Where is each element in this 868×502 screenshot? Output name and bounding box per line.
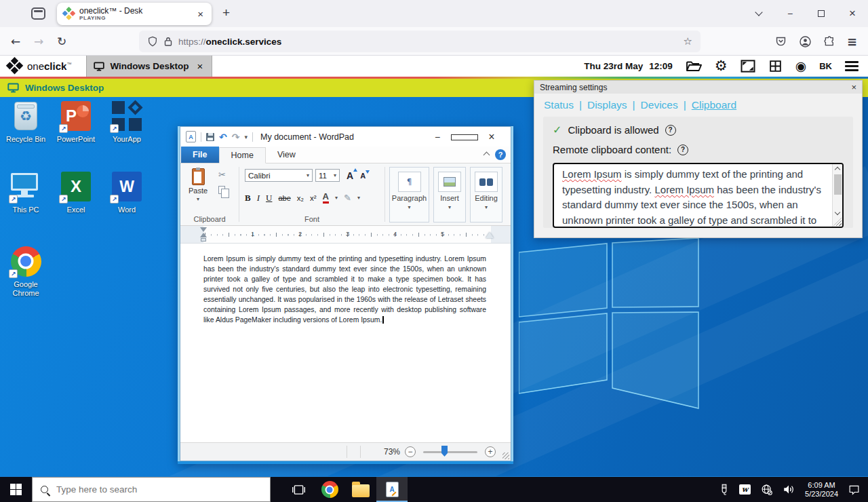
wordpad-close-button[interactable]: × <box>478 131 505 143</box>
font-size-combobox[interactable]: 11▾ <box>315 169 340 182</box>
insert-group[interactable]: Insert ▾ <box>433 167 466 223</box>
forward-button[interactable]: → <box>27 35 50 48</box>
user-initials-badge[interactable]: BK <box>819 61 832 71</box>
wordpad-titlebar[interactable]: A ↶ ↷ ▾ My document - WordPad − × <box>180 127 511 147</box>
search-input[interactable] <box>55 484 262 495</box>
oneclick-menu-icon[interactable] <box>845 61 859 71</box>
document-text[interactable]: Lorem Ipsum is simply dummy text of the … <box>203 254 486 325</box>
desktop-icon-excel[interactable]: X ↗ Excel <box>50 171 102 214</box>
displays-grid-button[interactable] <box>768 60 783 73</box>
taskbar-chrome-button[interactable] <box>314 477 345 502</box>
first-line-indent-marker[interactable] <box>200 227 207 232</box>
redo-icon[interactable]: ↷ <box>232 132 240 142</box>
window-maximize-button[interactable] <box>806 0 837 27</box>
desktop-icon-powerpoint[interactable]: P ↗ PowerPoint <box>50 100 102 144</box>
zoom-slider-thumb[interactable] <box>441 446 448 457</box>
caret-down-icon[interactable]: ▾ <box>357 195 360 201</box>
session-tab-close-icon[interactable]: × <box>197 60 203 72</box>
paste-button[interactable]: Paste ▾ <box>189 168 208 202</box>
italic-button[interactable]: I <box>257 193 260 204</box>
remote-clipboard-textarea[interactable]: Lorem Ipsum is simply dummy text of the … <box>553 163 844 228</box>
task-view-button[interactable] <box>283 477 314 502</box>
window-minimize-button[interactable]: − <box>774 0 806 27</box>
strikethrough-button[interactable]: abe <box>278 194 290 202</box>
network-globe-icon[interactable] <box>761 484 772 495</box>
tray-clock[interactable]: 6:09 AM 5/23/2024 <box>805 481 838 499</box>
desktop-icon-word[interactable]: W ↗ Word <box>101 171 153 214</box>
zoom-slider-track[interactable] <box>423 451 477 453</box>
wordpad-maximize-button[interactable] <box>451 131 478 143</box>
help-button[interactable]: ? <box>495 149 506 160</box>
undo-icon[interactable]: ↶ <box>219 132 227 142</box>
wordpad-minimize-button[interactable]: − <box>424 132 451 142</box>
action-center-icon[interactable] <box>848 484 860 495</box>
zoom-in-button[interactable]: + <box>485 446 496 457</box>
lock-icon[interactable] <box>164 36 172 47</box>
files-button[interactable] <box>686 60 702 73</box>
highlight-pen-icon[interactable]: ✎ <box>344 193 351 203</box>
clipboard-content-text[interactable]: Lorem Ipsum is simply dummy text of the … <box>562 167 825 228</box>
right-indent-marker[interactable] <box>486 232 494 238</box>
account-icon[interactable] <box>799 35 812 48</box>
help-icon[interactable]: ? <box>677 144 688 155</box>
session-tab-windows-desktop[interactable]: Windows Desktop × <box>86 56 212 77</box>
tab-home[interactable]: Home <box>219 147 266 163</box>
url-bar[interactable]: https://oneclick.services ☆ <box>139 31 701 52</box>
editing-group[interactable]: Editing ▾ <box>470 167 502 223</box>
subscript-button[interactable]: x₂ <box>297 194 304 202</box>
quick-access-dropdown-icon[interactable]: ▾ <box>244 134 248 140</box>
link-devices[interactable]: Devices <box>641 99 678 111</box>
bookmark-star-icon[interactable]: ☆ <box>684 35 692 47</box>
extensions-puzzle-icon[interactable] <box>823 35 835 47</box>
textarea-scrollbar[interactable] <box>832 164 842 227</box>
left-indent-marker[interactable] <box>201 238 206 242</box>
shield-icon[interactable] <box>147 35 158 47</box>
paragraph-group[interactable]: ¶ Paragraph ▾ <box>389 167 429 223</box>
shrink-font-button[interactable]: A <box>360 172 366 180</box>
tab-view[interactable]: View <box>266 147 307 163</box>
usb-eject-icon[interactable] <box>719 483 729 497</box>
link-displays[interactable]: Displays <box>587 99 627 111</box>
new-tab-button[interactable]: + <box>222 5 230 20</box>
window-close-button[interactable]: × <box>837 0 868 27</box>
taskbar-search[interactable] <box>32 477 271 502</box>
resize-grip[interactable] <box>502 452 509 459</box>
firefox-view-icon[interactable] <box>31 7 45 20</box>
wordpad-tray-icon[interactable]: w <box>739 484 751 495</box>
caret-down-icon[interactable]: ▾ <box>335 195 338 201</box>
desktop-icon-this-pc[interactable]: ↗ This PC <box>0 171 52 214</box>
underline-button[interactable]: U <box>266 193 272 204</box>
grow-font-button[interactable]: A <box>347 170 353 181</box>
url-text[interactable]: https://oneclick.services <box>178 37 281 47</box>
cut-scissors-icon[interactable]: ✂ <box>218 170 226 180</box>
link-clipboard[interactable]: Clipboard <box>692 99 736 111</box>
back-button[interactable]: ← <box>4 35 27 48</box>
panel-header[interactable]: Streaming settings × <box>534 81 862 94</box>
speaker-icon[interactable] <box>783 484 795 495</box>
scroll-up-icon[interactable] <box>835 167 840 172</box>
scrollbar-thumb[interactable] <box>834 174 842 195</box>
desktop-icon-recycle-bin[interactable]: ♻ Recycle Bin <box>0 100 52 144</box>
record-icon[interactable]: ◉ <box>795 60 807 73</box>
bold-button[interactable]: B <box>245 193 251 204</box>
settings-gear-icon[interactable]: ⚙ <box>715 59 728 73</box>
document-area[interactable]: Lorem Ipsum is simply dummy text of the … <box>180 244 511 442</box>
text-color-button[interactable]: A <box>323 192 329 204</box>
copy-icon[interactable] <box>218 186 225 194</box>
fullscreen-button[interactable] <box>741 60 755 73</box>
hanging-indent-marker[interactable] <box>200 233 207 237</box>
panel-close-icon[interactable]: × <box>851 82 856 92</box>
desktop-icon-yourapp[interactable]: ↗ YourApp <box>101 100 153 144</box>
taskbar-wordpad-button[interactable]: A <box>376 477 408 502</box>
list-tabs-button[interactable] <box>743 0 774 27</box>
reload-button[interactable]: ↻ <box>50 35 73 48</box>
tab-file[interactable]: File <box>181 147 219 163</box>
pocket-icon[interactable] <box>774 35 787 48</box>
tab-close-icon[interactable]: × <box>196 8 205 20</box>
collapse-ribbon-icon[interactable] <box>484 152 490 159</box>
app-menu-icon[interactable]: ≡ <box>847 35 857 49</box>
font-name-combobox[interactable]: Calibri▾ <box>245 169 313 182</box>
desktop-icon-google-chrome[interactable]: ↗ Google Chrome <box>0 246 52 298</box>
save-icon[interactable] <box>206 133 214 141</box>
superscript-button[interactable]: x² <box>310 194 317 202</box>
